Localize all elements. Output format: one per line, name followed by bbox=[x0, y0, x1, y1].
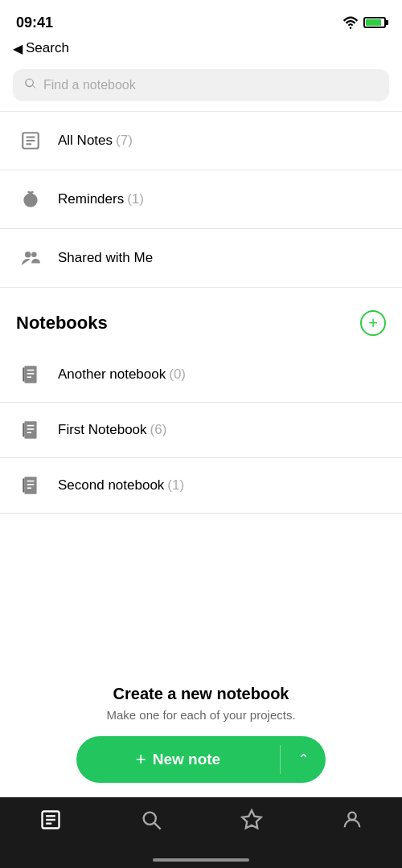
all-notes-count: (7) bbox=[116, 133, 133, 149]
search-placeholder: Find a notebook bbox=[43, 78, 136, 92]
status-bar: 09:41 bbox=[0, 0, 402, 40]
notebook-another-count: (0) bbox=[169, 366, 186, 383]
search-bar-icon bbox=[24, 77, 37, 93]
notebook-second-label: Second notebook bbox=[58, 477, 164, 493]
cta-title: Create a new notebook bbox=[113, 685, 289, 703]
reminders-icon bbox=[16, 185, 45, 214]
add-notebook-button[interactable]: + bbox=[360, 310, 386, 336]
back-label: Search bbox=[26, 40, 69, 56]
svg-point-0 bbox=[350, 27, 352, 29]
notebooks-list: Another notebook (0) First Notebook (6) bbox=[0, 347, 402, 514]
svg-rect-19 bbox=[23, 478, 24, 492]
battery-icon bbox=[363, 17, 386, 28]
svg-rect-8 bbox=[24, 366, 36, 383]
battery-fill bbox=[366, 19, 381, 26]
svg-point-7 bbox=[31, 252, 37, 257]
chevron-up-icon: ⌃ bbox=[297, 751, 310, 768]
shared-label: Shared with Me bbox=[58, 250, 153, 266]
new-note-plus-icon: + bbox=[136, 749, 146, 770]
cta-button-row: + New note ⌃ bbox=[76, 736, 326, 783]
wifi-icon bbox=[343, 16, 359, 29]
all-notes-label: All Notes bbox=[58, 133, 113, 149]
svg-point-27 bbox=[143, 813, 155, 825]
tab-bar bbox=[0, 797, 402, 868]
reminders-item[interactable]: Reminders (1) bbox=[0, 170, 402, 229]
person-tab-icon bbox=[341, 809, 363, 831]
cta-section: Create a new notebook Make one for each … bbox=[0, 672, 402, 796]
all-notes-icon bbox=[16, 126, 45, 155]
cta-chevron-button[interactable]: ⌃ bbox=[281, 736, 326, 783]
home-indicator bbox=[153, 858, 249, 862]
star-tab-icon bbox=[240, 809, 263, 831]
notebook-second[interactable]: Second notebook (1) bbox=[0, 458, 402, 514]
notebooks-title: Notebooks bbox=[16, 313, 108, 334]
reminders-label: Reminders bbox=[58, 191, 124, 207]
tab-search[interactable] bbox=[100, 809, 201, 831]
notebook-icon-another bbox=[16, 360, 45, 389]
svg-rect-14 bbox=[23, 423, 24, 436]
all-notes-item[interactable]: All Notes (7) bbox=[0, 112, 402, 170]
notebook-first-count: (6) bbox=[150, 422, 167, 438]
notebook-first-label: First Notebook bbox=[58, 422, 147, 438]
svg-rect-9 bbox=[23, 367, 24, 381]
notes-tab-icon bbox=[39, 809, 62, 831]
reminders-count: (1) bbox=[127, 191, 144, 207]
svg-rect-18 bbox=[24, 477, 36, 494]
notebooks-header: Notebooks + bbox=[0, 288, 402, 347]
tab-notes[interactable] bbox=[0, 809, 100, 831]
new-note-button[interactable]: + New note bbox=[76, 736, 280, 783]
back-nav[interactable]: ◀ Search bbox=[0, 40, 402, 63]
tab-account[interactable] bbox=[302, 809, 402, 831]
new-note-label: New note bbox=[153, 751, 220, 768]
tab-favorites[interactable] bbox=[201, 809, 302, 831]
notebook-second-count: (1) bbox=[167, 477, 184, 493]
notebook-icon-second bbox=[16, 471, 45, 500]
status-time: 09:41 bbox=[16, 14, 53, 31]
list-section: All Notes (7) Reminders (1) Shared with … bbox=[0, 111, 402, 288]
svg-point-30 bbox=[348, 813, 355, 820]
notebook-icon-first bbox=[16, 416, 45, 444]
notebook-another[interactable]: Another notebook (0) bbox=[0, 347, 402, 403]
cta-subtitle: Make one for each of your projects. bbox=[106, 708, 295, 722]
search-bar[interactable]: Find a notebook bbox=[13, 69, 389, 101]
shared-icon bbox=[16, 244, 45, 272]
notebook-another-label: Another notebook bbox=[58, 366, 166, 383]
status-icons bbox=[343, 16, 386, 29]
notebook-first[interactable]: First Notebook (6) bbox=[0, 403, 402, 458]
back-arrow-icon: ◀ bbox=[13, 41, 23, 56]
search-tab-icon bbox=[140, 809, 162, 831]
svg-line-28 bbox=[154, 823, 161, 829]
svg-marker-29 bbox=[242, 810, 260, 828]
svg-rect-13 bbox=[24, 421, 36, 439]
svg-point-6 bbox=[25, 252, 31, 258]
shared-item[interactable]: Shared with Me bbox=[0, 229, 402, 288]
